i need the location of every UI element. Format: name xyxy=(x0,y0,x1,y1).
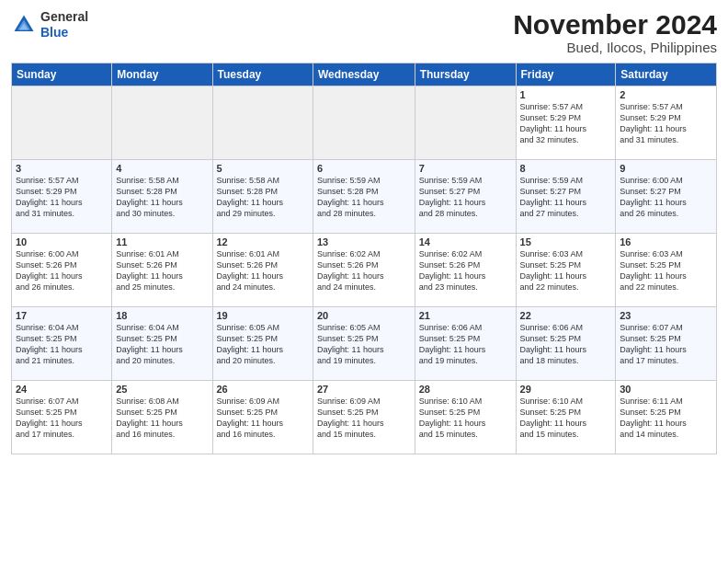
day-number: 6 xyxy=(317,163,411,174)
calendar-header-row: Sunday Monday Tuesday Wednesday Thursday… xyxy=(12,63,717,86)
calendar-cell: 1Sunrise: 5:57 AM Sunset: 5:29 PM Daylig… xyxy=(516,86,616,160)
day-number: 17 xyxy=(16,310,108,321)
calendar-cell: 9Sunrise: 6:00 AM Sunset: 5:27 PM Daylig… xyxy=(616,160,717,234)
col-wednesday: Wednesday xyxy=(313,63,415,86)
logo-text: General Blue xyxy=(40,9,88,40)
calendar-cell: 5Sunrise: 5:58 AM Sunset: 5:28 PM Daylig… xyxy=(212,160,313,234)
calendar-week-row: 3Sunrise: 5:57 AM Sunset: 5:29 PM Daylig… xyxy=(12,160,717,234)
calendar-cell: 24Sunrise: 6:07 AM Sunset: 5:25 PM Dayli… xyxy=(12,381,112,454)
day-number: 29 xyxy=(520,384,612,395)
calendar-cell xyxy=(313,86,415,160)
day-number: 15 xyxy=(520,236,612,247)
title-block: November 2024 Bued, Ilocos, Philippines xyxy=(513,9,717,55)
calendar-cell: 22Sunrise: 6:06 AM Sunset: 5:25 PM Dayli… xyxy=(516,307,616,381)
calendar-cell: 13Sunrise: 6:02 AM Sunset: 5:26 PM Dayli… xyxy=(313,234,415,307)
day-number: 30 xyxy=(620,384,712,395)
day-number: 23 xyxy=(620,310,712,321)
col-tuesday: Tuesday xyxy=(212,63,313,86)
day-number: 11 xyxy=(116,236,208,247)
calendar-cell: 23Sunrise: 6:07 AM Sunset: 5:25 PM Dayli… xyxy=(616,307,717,381)
calendar-cell: 19Sunrise: 6:05 AM Sunset: 5:25 PM Dayli… xyxy=(212,307,313,381)
day-info: Sunrise: 6:05 AM Sunset: 5:25 PM Dayligh… xyxy=(217,322,309,367)
day-number: 12 xyxy=(217,236,309,247)
day-info: Sunrise: 6:04 AM Sunset: 5:25 PM Dayligh… xyxy=(16,322,108,367)
day-info: Sunrise: 5:59 AM Sunset: 5:28 PM Dayligh… xyxy=(317,175,411,220)
day-info: Sunrise: 6:05 AM Sunset: 5:25 PM Dayligh… xyxy=(317,322,411,367)
calendar-cell: 25Sunrise: 6:08 AM Sunset: 5:25 PM Dayli… xyxy=(112,381,212,454)
day-info: Sunrise: 6:00 AM Sunset: 5:27 PM Dayligh… xyxy=(620,175,712,220)
day-number: 2 xyxy=(620,89,712,100)
day-info: Sunrise: 6:01 AM Sunset: 5:26 PM Dayligh… xyxy=(217,248,309,293)
calendar-cell xyxy=(112,86,212,160)
calendar-week-row: 10Sunrise: 6:00 AM Sunset: 5:26 PM Dayli… xyxy=(12,234,717,307)
calendar-cell xyxy=(415,86,516,160)
calendar-week-row: 1Sunrise: 5:57 AM Sunset: 5:29 PM Daylig… xyxy=(12,86,717,160)
day-number: 5 xyxy=(217,163,309,174)
calendar-cell: 18Sunrise: 6:04 AM Sunset: 5:25 PM Dayli… xyxy=(112,307,212,381)
calendar-cell: 15Sunrise: 6:03 AM Sunset: 5:25 PM Dayli… xyxy=(516,234,616,307)
calendar-cell: 30Sunrise: 6:11 AM Sunset: 5:25 PM Dayli… xyxy=(616,381,717,454)
calendar-title: November 2024 xyxy=(513,9,717,40)
calendar-cell: 7Sunrise: 5:59 AM Sunset: 5:27 PM Daylig… xyxy=(415,160,516,234)
day-info: Sunrise: 6:02 AM Sunset: 5:26 PM Dayligh… xyxy=(317,248,411,293)
calendar-cell: 20Sunrise: 6:05 AM Sunset: 5:25 PM Dayli… xyxy=(313,307,415,381)
calendar-cell xyxy=(12,86,112,160)
calendar-cell: 28Sunrise: 6:10 AM Sunset: 5:25 PM Dayli… xyxy=(415,381,516,454)
day-info: Sunrise: 6:03 AM Sunset: 5:25 PM Dayligh… xyxy=(620,248,712,293)
calendar-table: Sunday Monday Tuesday Wednesday Thursday… xyxy=(11,63,717,454)
calendar-week-row: 24Sunrise: 6:07 AM Sunset: 5:25 PM Dayli… xyxy=(12,381,717,454)
logo: General Blue xyxy=(11,9,88,40)
day-number: 22 xyxy=(520,310,612,321)
day-number: 8 xyxy=(520,163,612,174)
calendar-subtitle: Bued, Ilocos, Philippines xyxy=(513,40,717,55)
calendar-cell: 3Sunrise: 5:57 AM Sunset: 5:29 PM Daylig… xyxy=(12,160,112,234)
calendar-body: 1Sunrise: 5:57 AM Sunset: 5:29 PM Daylig… xyxy=(12,86,717,454)
col-sunday: Sunday xyxy=(12,63,112,86)
logo-icon xyxy=(11,12,37,38)
col-saturday: Saturday xyxy=(616,63,717,86)
day-number: 28 xyxy=(419,384,512,395)
day-number: 26 xyxy=(217,384,309,395)
page-container: General Blue November 2024 Bued, Ilocos,… xyxy=(0,0,728,462)
day-info: Sunrise: 5:58 AM Sunset: 5:28 PM Dayligh… xyxy=(116,175,208,220)
day-number: 10 xyxy=(16,236,108,247)
day-number: 27 xyxy=(317,384,411,395)
day-info: Sunrise: 5:59 AM Sunset: 5:27 PM Dayligh… xyxy=(419,175,512,220)
calendar-cell: 27Sunrise: 6:09 AM Sunset: 5:25 PM Dayli… xyxy=(313,381,415,454)
calendar-cell: 12Sunrise: 6:01 AM Sunset: 5:26 PM Dayli… xyxy=(212,234,313,307)
calendar-cell: 26Sunrise: 6:09 AM Sunset: 5:25 PM Dayli… xyxy=(212,381,313,454)
calendar-cell: 4Sunrise: 5:58 AM Sunset: 5:28 PM Daylig… xyxy=(112,160,212,234)
day-number: 24 xyxy=(16,384,108,395)
calendar-cell: 21Sunrise: 6:06 AM Sunset: 5:25 PM Dayli… xyxy=(415,307,516,381)
col-friday: Friday xyxy=(516,63,616,86)
day-info: Sunrise: 6:04 AM Sunset: 5:25 PM Dayligh… xyxy=(116,322,208,367)
day-number: 4 xyxy=(116,163,208,174)
day-number: 1 xyxy=(520,89,612,100)
calendar-week-row: 17Sunrise: 6:04 AM Sunset: 5:25 PM Dayli… xyxy=(12,307,717,381)
day-info: Sunrise: 6:02 AM Sunset: 5:26 PM Dayligh… xyxy=(419,248,512,293)
calendar-header: Sunday Monday Tuesday Wednesday Thursday… xyxy=(12,63,717,86)
calendar-cell: 10Sunrise: 6:00 AM Sunset: 5:26 PM Dayli… xyxy=(12,234,112,307)
day-number: 25 xyxy=(116,384,208,395)
day-number: 20 xyxy=(317,310,411,321)
day-number: 21 xyxy=(419,310,512,321)
day-number: 19 xyxy=(217,310,309,321)
day-info: Sunrise: 6:07 AM Sunset: 5:25 PM Dayligh… xyxy=(16,396,108,441)
day-info: Sunrise: 6:10 AM Sunset: 5:25 PM Dayligh… xyxy=(419,396,512,441)
page-header: General Blue November 2024 Bued, Ilocos,… xyxy=(11,9,717,55)
day-info: Sunrise: 5:57 AM Sunset: 5:29 PM Dayligh… xyxy=(520,101,612,146)
day-number: 9 xyxy=(620,163,712,174)
calendar-cell xyxy=(212,86,313,160)
col-monday: Monday xyxy=(112,63,212,86)
day-number: 13 xyxy=(317,236,411,247)
day-number: 18 xyxy=(116,310,208,321)
calendar-cell: 8Sunrise: 5:59 AM Sunset: 5:27 PM Daylig… xyxy=(516,160,616,234)
calendar-cell: 2Sunrise: 5:57 AM Sunset: 5:29 PM Daylig… xyxy=(616,86,717,160)
logo-blue: Blue xyxy=(40,25,88,40)
day-info: Sunrise: 6:07 AM Sunset: 5:25 PM Dayligh… xyxy=(620,322,712,367)
day-info: Sunrise: 6:10 AM Sunset: 5:25 PM Dayligh… xyxy=(520,396,612,441)
calendar-cell: 16Sunrise: 6:03 AM Sunset: 5:25 PM Dayli… xyxy=(616,234,717,307)
day-info: Sunrise: 5:59 AM Sunset: 5:27 PM Dayligh… xyxy=(520,175,612,220)
calendar-cell: 17Sunrise: 6:04 AM Sunset: 5:25 PM Dayli… xyxy=(12,307,112,381)
day-number: 14 xyxy=(419,236,512,247)
